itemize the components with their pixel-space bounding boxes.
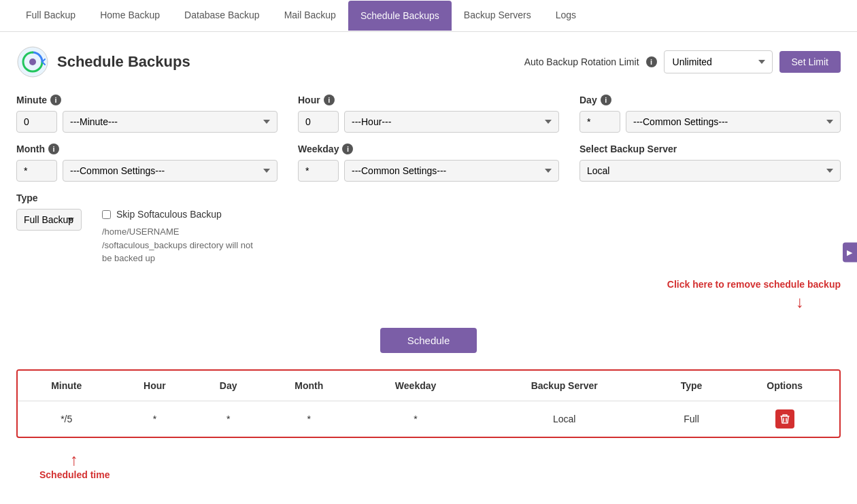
hour-input[interactable] bbox=[298, 111, 339, 133]
down-arrow-icon: ↓ bbox=[796, 292, 820, 312]
day-input[interactable] bbox=[579, 111, 620, 133]
cell-type: Full bbox=[653, 401, 730, 437]
up-arrow-icon: ↑ bbox=[70, 452, 78, 468]
skip-label[interactable]: Skip Softaculous Backup bbox=[116, 209, 222, 220]
backup-server-label: Select Backup Server bbox=[579, 144, 841, 154]
weekday-input[interactable] bbox=[298, 160, 339, 182]
scroll-hint[interactable]: ▶ bbox=[843, 242, 857, 262]
tab-full-backup[interactable]: Full Backup bbox=[14, 0, 88, 31]
skip-checkbox[interactable] bbox=[102, 210, 111, 219]
schedule-button[interactable]: Schedule bbox=[380, 328, 477, 353]
page-title-wrap: Schedule Backups bbox=[16, 46, 190, 78]
skip-checkbox-row: Skip Softaculous Backup bbox=[102, 209, 841, 220]
cell-day: * bbox=[194, 401, 263, 437]
hour-group: Hour i ---Hour--- bbox=[298, 95, 559, 133]
remove-hint-arrow: ↓ bbox=[16, 292, 841, 312]
nav-tabs: Full Backup Home Backup Database Backup … bbox=[0, 0, 857, 32]
set-limit-button[interactable]: Set Limit bbox=[779, 51, 841, 73]
day-group: Day i ---Common Settings--- bbox=[579, 95, 841, 133]
minute-label: Minute i bbox=[16, 95, 278, 105]
day-field-row: ---Common Settings--- bbox=[579, 111, 841, 133]
col-day: Day bbox=[194, 371, 263, 401]
schedule-table-container: Minute Hour Day Month Weekday Backup Ser… bbox=[16, 369, 841, 438]
day-label: Day i bbox=[579, 95, 841, 105]
day-select[interactable]: ---Common Settings--- bbox=[626, 111, 841, 133]
cell-weekday: * bbox=[356, 401, 476, 437]
limit-label: Auto Backup Rotation Limit bbox=[524, 56, 639, 67]
tab-backup-servers[interactable]: Backup Servers bbox=[452, 0, 543, 31]
schedule-backups-icon bbox=[16, 46, 49, 78]
col-hour: Hour bbox=[115, 371, 194, 401]
type-select[interactable]: Full Backup bbox=[16, 209, 82, 231]
minute-group: Minute i ---Minute--- bbox=[16, 95, 278, 133]
tab-schedule-backups[interactable]: Schedule Backups bbox=[348, 1, 452, 31]
minute-input[interactable] bbox=[16, 111, 57, 133]
weekday-label: Weekday i bbox=[298, 144, 559, 154]
form-grid-row2: Month i ---Common Settings--- Weekday i … bbox=[16, 144, 841, 182]
weekday-select[interactable]: ---Common Settings--- bbox=[344, 160, 559, 182]
remove-hint-text: Click here to remove schedule backup bbox=[16, 279, 841, 290]
minute-select[interactable]: ---Minute--- bbox=[63, 111, 278, 133]
cell-options bbox=[730, 401, 839, 437]
col-options: Options bbox=[730, 371, 839, 401]
skip-section: Skip Softaculous Backup /home/USERNAME/s… bbox=[102, 192, 841, 265]
minute-info-icon[interactable]: i bbox=[50, 95, 61, 105]
hour-label: Hour i bbox=[298, 95, 559, 105]
form-grid-row1: Minute i ---Minute--- Hour i ---Hour--- bbox=[16, 95, 841, 133]
cell-backup-server: Local bbox=[476, 401, 653, 437]
svg-point-1 bbox=[29, 58, 36, 65]
minute-field-row: ---Minute--- bbox=[16, 111, 278, 133]
backup-server-select[interactable]: Local bbox=[579, 160, 841, 182]
cell-minute: */5 bbox=[18, 401, 115, 437]
month-input[interactable] bbox=[16, 160, 57, 182]
month-field-row: ---Common Settings--- bbox=[16, 160, 278, 182]
hour-field-row: ---Hour--- bbox=[298, 111, 559, 133]
page-title: Schedule Backups bbox=[57, 53, 190, 71]
table-body: */5 * * * * Local Full bbox=[18, 401, 839, 437]
tab-logs[interactable]: Logs bbox=[543, 0, 588, 31]
backup-server-group: Select Backup Server Local bbox=[579, 144, 841, 182]
col-weekday: Weekday bbox=[356, 371, 476, 401]
table-row: */5 * * * * Local Full bbox=[18, 401, 839, 437]
tab-mail-backup[interactable]: Mail Backup bbox=[272, 0, 348, 31]
weekday-info-icon[interactable]: i bbox=[342, 144, 353, 154]
annotation-area: ↑ Scheduled time bbox=[16, 452, 841, 491]
table-header-row: Minute Hour Day Month Weekday Backup Ser… bbox=[18, 371, 839, 401]
col-type: Type bbox=[653, 371, 730, 401]
hour-info-icon[interactable]: i bbox=[324, 95, 335, 105]
weekday-field-row: ---Common Settings--- bbox=[298, 160, 559, 182]
col-month: Month bbox=[263, 371, 356, 401]
cell-month: * bbox=[263, 401, 356, 437]
up-arrow-wrap: ↑ bbox=[70, 452, 78, 468]
tab-database-backup[interactable]: Database Backup bbox=[172, 0, 272, 31]
month-select[interactable]: ---Common Settings--- bbox=[63, 160, 278, 182]
col-backup-server: Backup Server bbox=[476, 371, 653, 401]
day-info-icon[interactable]: i bbox=[601, 95, 611, 105]
limit-wrap: Auto Backup Rotation Limit i Unlimited S… bbox=[524, 50, 841, 73]
col-minute: Minute bbox=[18, 371, 115, 401]
schedule-table: Minute Hour Day Month Weekday Backup Ser… bbox=[18, 371, 839, 437]
type-group: Type Full Backup bbox=[16, 192, 82, 231]
skip-description: /home/USERNAME/softaculous_backups direc… bbox=[102, 225, 841, 265]
limit-info-icon[interactable]: i bbox=[646, 56, 657, 67]
header-row: Schedule Backups Auto Backup Rotation Li… bbox=[16, 46, 841, 78]
delete-button[interactable] bbox=[775, 409, 794, 429]
trash-icon bbox=[779, 414, 790, 424]
table-header: Minute Hour Day Month Weekday Backup Ser… bbox=[18, 371, 839, 401]
scheduled-time-annotation: ↑ bbox=[33, 452, 824, 468]
weekday-group: Weekday i ---Common Settings--- bbox=[298, 144, 559, 182]
month-group: Month i ---Common Settings--- bbox=[16, 144, 278, 182]
cell-hour: * bbox=[115, 401, 194, 437]
type-label: Type bbox=[16, 192, 82, 203]
month-info-icon[interactable]: i bbox=[48, 144, 59, 154]
schedule-button-wrap: Schedule bbox=[16, 328, 841, 353]
limit-select[interactable]: Unlimited bbox=[664, 50, 773, 73]
scheduled-time-label: Scheduled time bbox=[33, 468, 824, 480]
tab-home-backup[interactable]: Home Backup bbox=[88, 0, 172, 31]
remove-hint-area: Click here to remove schedule backup ↓ bbox=[16, 279, 841, 312]
hour-select[interactable]: ---Hour--- bbox=[344, 111, 559, 133]
month-label: Month i bbox=[16, 144, 278, 154]
